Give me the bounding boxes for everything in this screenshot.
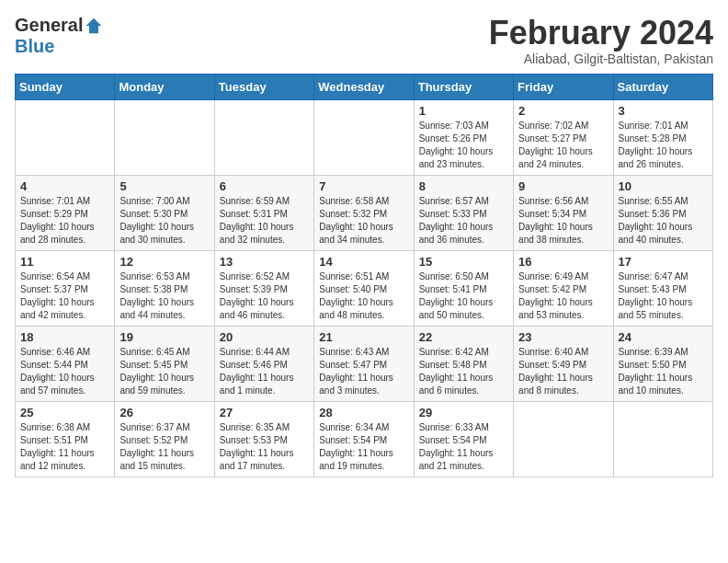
day-info: Sunrise: 6:39 AM Sunset: 5:50 PM Dayligh… [619,346,708,397]
day-info: Sunrise: 6:49 AM Sunset: 5:42 PM Dayligh… [518,270,608,322]
table-row: 25Sunrise: 6:38 AM Sunset: 5:51 PM Dayli… [16,401,115,477]
calendar-week-row: 4Sunrise: 7:01 AM Sunset: 5:29 PM Daylig… [16,175,713,250]
day-info: Sunrise: 6:33 AM Sunset: 5:54 PM Dayligh… [419,421,508,473]
col-tuesday: Tuesday [214,74,313,99]
table-row [214,99,313,175]
col-wednesday: Wednesday [314,74,414,99]
day-number: 28 [319,406,408,419]
day-number: 11 [20,255,109,269]
table-row: 8Sunrise: 6:57 AM Sunset: 5:33 PM Daylig… [414,175,513,250]
table-row [514,401,613,477]
table-row: 19Sunrise: 6:45 AM Sunset: 5:45 PM Dayli… [115,326,214,401]
day-info: Sunrise: 6:56 AM Sunset: 5:34 PM Dayligh… [518,195,608,247]
table-row: 18Sunrise: 6:46 AM Sunset: 5:44 PM Dayli… [16,326,115,401]
day-info: Sunrise: 6:52 AM Sunset: 5:39 PM Dayligh… [220,270,309,322]
day-number: 21 [319,330,408,344]
day-number: 20 [220,330,309,344]
day-info: Sunrise: 6:46 AM Sunset: 5:44 PM Dayligh… [20,346,109,397]
table-row: 3Sunrise: 7:01 AM Sunset: 5:28 PM Daylig… [613,99,712,175]
table-row [16,99,115,175]
calendar-week-row: 25Sunrise: 6:38 AM Sunset: 5:51 PM Dayli… [16,401,713,477]
day-number: 10 [619,179,708,193]
day-info: Sunrise: 6:55 AM Sunset: 5:36 PM Dayligh… [619,195,708,247]
day-number: 27 [220,406,309,419]
col-thursday: Thursday [414,74,513,99]
day-number: 18 [20,330,109,344]
day-info: Sunrise: 6:42 AM Sunset: 5:48 PM Dayligh… [419,346,508,397]
table-row: 22Sunrise: 6:42 AM Sunset: 5:48 PM Dayli… [414,326,513,401]
day-info: Sunrise: 6:58 AM Sunset: 5:32 PM Dayligh… [319,195,408,247]
svg-marker-0 [86,17,102,33]
table-row: 20Sunrise: 6:44 AM Sunset: 5:46 PM Dayli… [214,326,313,401]
table-row: 7Sunrise: 6:58 AM Sunset: 5:32 PM Daylig… [314,175,414,250]
table-row: 17Sunrise: 6:47 AM Sunset: 5:43 PM Dayli… [613,250,712,326]
table-row: 23Sunrise: 6:40 AM Sunset: 5:49 PM Dayli… [514,326,613,401]
day-number: 17 [619,255,708,269]
table-row: 29Sunrise: 6:33 AM Sunset: 5:54 PM Dayli… [414,401,513,477]
table-row: 6Sunrise: 6:59 AM Sunset: 5:31 PM Daylig… [214,175,313,250]
table-row: 28Sunrise: 6:34 AM Sunset: 5:54 PM Dayli… [314,401,414,477]
table-row: 16Sunrise: 6:49 AM Sunset: 5:42 PM Dayli… [514,250,613,326]
day-info: Sunrise: 6:57 AM Sunset: 5:33 PM Dayligh… [419,195,508,247]
calendar-table: Sunday Monday Tuesday Wednesday Thursday… [15,74,713,477]
logo-general-text: General [15,15,83,36]
day-number: 23 [518,330,608,344]
col-monday: Monday [115,74,214,99]
col-sunday: Sunday [16,74,115,99]
day-info: Sunrise: 6:59 AM Sunset: 5:31 PM Dayligh… [220,195,309,247]
table-row [115,99,214,175]
table-row: 2Sunrise: 7:02 AM Sunset: 5:27 PM Daylig… [514,99,613,175]
table-row: 26Sunrise: 6:37 AM Sunset: 5:52 PM Dayli… [115,401,214,477]
day-number: 2 [518,104,608,118]
day-number: 26 [119,406,209,419]
day-info: Sunrise: 7:01 AM Sunset: 5:28 PM Dayligh… [619,120,708,171]
table-row: 24Sunrise: 6:39 AM Sunset: 5:50 PM Dayli… [613,326,712,401]
logo-icon [85,17,103,35]
day-number: 25 [20,406,109,419]
day-number: 14 [319,255,408,269]
table-row [613,401,712,477]
day-number: 8 [419,179,508,193]
table-row: 15Sunrise: 6:50 AM Sunset: 5:41 PM Dayli… [414,250,513,326]
day-number: 24 [619,330,708,344]
day-info: Sunrise: 6:37 AM Sunset: 5:52 PM Dayligh… [119,421,209,473]
day-number: 9 [518,179,608,193]
day-number: 6 [220,179,309,193]
day-info: Sunrise: 7:03 AM Sunset: 5:26 PM Dayligh… [419,120,508,171]
table-row: 11Sunrise: 6:54 AM Sunset: 5:37 PM Dayli… [16,250,115,326]
col-friday: Friday [514,74,613,99]
day-number: 5 [119,179,209,193]
day-info: Sunrise: 6:53 AM Sunset: 5:38 PM Dayligh… [119,270,209,322]
calendar-week-row: 11Sunrise: 6:54 AM Sunset: 5:37 PM Dayli… [16,250,713,326]
day-info: Sunrise: 6:45 AM Sunset: 5:45 PM Dayligh… [119,346,209,397]
day-info: Sunrise: 6:50 AM Sunset: 5:41 PM Dayligh… [419,270,508,322]
day-info: Sunrise: 6:35 AM Sunset: 5:53 PM Dayligh… [220,421,309,473]
day-number: 3 [619,104,708,118]
day-number: 15 [419,255,508,269]
table-row: 13Sunrise: 6:52 AM Sunset: 5:39 PM Dayli… [214,250,313,326]
table-row [314,99,414,175]
day-number: 29 [419,406,508,419]
table-row: 14Sunrise: 6:51 AM Sunset: 5:40 PM Dayli… [314,250,414,326]
day-info: Sunrise: 6:38 AM Sunset: 5:51 PM Dayligh… [20,421,109,473]
day-info: Sunrise: 6:44 AM Sunset: 5:46 PM Dayligh… [220,346,309,397]
day-info: Sunrise: 6:47 AM Sunset: 5:43 PM Dayligh… [619,270,708,322]
day-number: 16 [518,255,608,269]
table-row: 1Sunrise: 7:03 AM Sunset: 5:26 PM Daylig… [414,99,513,175]
day-info: Sunrise: 7:00 AM Sunset: 5:30 PM Dayligh… [119,195,209,247]
day-info: Sunrise: 6:51 AM Sunset: 5:40 PM Dayligh… [319,270,408,322]
logo: General Blue [15,15,103,57]
day-info: Sunrise: 6:34 AM Sunset: 5:54 PM Dayligh… [319,421,408,473]
header: General Blue February 2024 Aliabad, Gilg… [15,15,713,66]
calendar-week-row: 18Sunrise: 6:46 AM Sunset: 5:44 PM Dayli… [16,326,713,401]
month-year-title: February 2024 [489,15,713,52]
calendar-week-row: 1Sunrise: 7:03 AM Sunset: 5:26 PM Daylig… [16,99,713,175]
title-section: February 2024 Aliabad, Gilgit-Baltistan,… [489,15,713,66]
day-info: Sunrise: 7:02 AM Sunset: 5:27 PM Dayligh… [518,120,608,171]
day-number: 19 [119,330,209,344]
table-row: 9Sunrise: 6:56 AM Sunset: 5:34 PM Daylig… [514,175,613,250]
day-info: Sunrise: 6:54 AM Sunset: 5:37 PM Dayligh… [20,270,109,322]
day-number: 13 [220,255,309,269]
day-number: 4 [20,179,109,193]
day-number: 22 [419,330,508,344]
